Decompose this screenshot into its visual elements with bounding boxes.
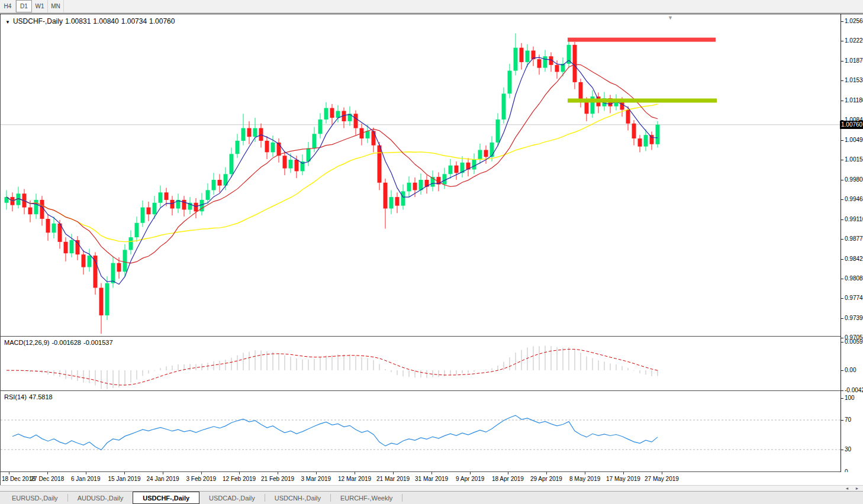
tab-eurchf-weekly[interactable]: EURCHF-,Weekly	[331, 492, 402, 504]
date-axis-label: 27 Dec 2018	[31, 476, 65, 482]
timeframe-button-w1[interactable]: W1	[32, 0, 48, 12]
price-axis-label: 1.01870	[845, 57, 863, 64]
tab-usdcnh-daily[interactable]: USDCNH-,Daily	[265, 492, 330, 504]
price-axis-label-tick	[841, 140, 843, 141]
price-axis-label-tick	[841, 41, 843, 41]
macd-canvas[interactable]	[1, 337, 841, 391]
date-axis-label: 24 Jan 2019	[147, 476, 179, 482]
chart-tab-bar: EURUSD-,Daily AUDUSD-,Daily USDCHF-,Dail…	[0, 491, 863, 504]
date-axis-label: 3 Feb 2019	[186, 476, 217, 482]
price-axis-label: 1.02220	[845, 37, 863, 44]
date-tick	[393, 472, 394, 474]
chevron-down-icon[interactable]: ▼	[5, 20, 10, 25]
rsi-axis-label-tick	[841, 450, 843, 450]
date-tick	[316, 472, 317, 474]
date-tick	[239, 472, 240, 474]
price-axis-label-tick	[841, 239, 843, 240]
price-axis-label-tick	[841, 259, 843, 260]
date-tick	[201, 472, 202, 474]
date-axis-label: 29 Apr 2019	[530, 476, 562, 482]
rsi-name: RSI(14)	[4, 393, 27, 400]
tab-audusd-daily[interactable]: AUDUSD-,Daily	[68, 492, 133, 504]
date-tick	[470, 472, 471, 474]
timeframe-button-h4[interactable]: H4	[0, 0, 16, 12]
resistance-line	[568, 38, 716, 42]
date-tick	[278, 472, 278, 474]
date-axis-label: 3 Mar 2019	[301, 476, 331, 482]
macd-axis-label: 0.00	[845, 367, 856, 373]
price-axis-label-tick	[841, 338, 843, 338]
macd-name: MACD(12,26,9)	[4, 339, 49, 346]
tab-separator	[402, 494, 402, 502]
date-axis[interactable]: 18 Dec 201827 Dec 20186 Jan 201915 Jan 2…	[0, 472, 863, 485]
price-axis-label: 0.98770	[845, 235, 863, 242]
price-axis-label: 1.02560	[845, 18, 863, 24]
price-axis-label-tick	[841, 180, 843, 180]
rsi-axis-label: 100	[845, 395, 855, 401]
date-tick	[546, 472, 547, 474]
rsi-axis-label-tick	[841, 398, 843, 399]
price-chart-panel: ▼USDCHF-,Daily1.008311.008401.007341.007…	[0, 14, 841, 337]
rsi-axis-label-tick	[841, 420, 843, 421]
scroll-right-icon[interactable]: ►	[853, 486, 861, 491]
tab-usdchf-daily[interactable]: USDCHF-,Daily	[133, 492, 199, 504]
ohlc-close: 1.00760	[149, 17, 175, 25]
price-axis-label: 1.01180	[845, 97, 863, 104]
ohlc-low: 1.00734	[121, 17, 147, 25]
price-axis[interactable]: 1.025601.022201.018701.015301.011801.008…	[841, 14, 863, 472]
price-axis-label-tick	[841, 61, 843, 62]
chart-shift-marker-icon[interactable]: ▼	[668, 15, 673, 21]
date-axis-label: 21 Feb 2019	[261, 476, 294, 482]
price-axis-label-tick	[841, 21, 843, 22]
macd-panel: MACD(12,26,9)-0.001628-0.001537	[0, 337, 841, 391]
date-axis-label: 12 Mar 2019	[338, 476, 371, 482]
price-axis-label-tick	[841, 160, 843, 160]
date-axis-label: 8 May 2019	[569, 476, 600, 482]
price-axis-label-tick	[841, 80, 843, 81]
macd-axis-label: 0.00597	[845, 338, 863, 345]
tab-eurusd-daily[interactable]: EURUSD-,Daily	[2, 492, 67, 504]
date-axis-label: 18 Apr 2019	[492, 476, 524, 482]
price-axis-label-tick	[841, 199, 843, 200]
rsi-value: 47.5818	[29, 393, 53, 400]
rsi-panel: RSI(14)47.5818	[0, 391, 841, 472]
price-axis-label: 1.00150	[845, 156, 863, 163]
timeframe-button-mn[interactable]: MN	[48, 0, 64, 12]
price-axis-label: 1.01530	[845, 77, 863, 83]
rsi-label: RSI(14)47.5818	[4, 393, 55, 400]
date-tick	[47, 472, 48, 474]
date-axis-label: 31 Mar 2019	[415, 476, 448, 482]
price-axis-label-tick	[841, 298, 843, 299]
chart-symbol-label: USDCHF-,Daily	[13, 17, 63, 25]
price-axis-label: 0.97740	[845, 295, 863, 301]
tab-usdcad-daily[interactable]: USDCAD-,Daily	[199, 492, 265, 504]
scroll-left-icon[interactable]: ◄	[843, 486, 851, 491]
date-tick	[9, 472, 9, 474]
macd-value: -0.001628	[51, 339, 81, 346]
date-axis-label: 15 Jan 2019	[108, 476, 141, 482]
price-axis-label: 0.98420	[845, 256, 863, 262]
date-axis-label: 12 Feb 2019	[223, 476, 256, 482]
date-tick	[432, 472, 432, 474]
price-axis-label: 0.98080	[845, 275, 863, 282]
date-tick	[355, 472, 355, 474]
date-axis-label: 17 May 2019	[606, 476, 640, 482]
date-tick	[623, 472, 624, 474]
support-line	[568, 99, 717, 103]
timeframe-button-d1[interactable]: D1	[16, 0, 32, 12]
price-axis-label-tick	[841, 101, 843, 101]
ohlc-high: 1.00840	[93, 17, 118, 25]
chart-title: ▼USDCHF-,Daily1.008311.008401.007341.007…	[5, 17, 177, 25]
macd-axis-label-tick	[841, 342, 843, 343]
price-chart-canvas[interactable]	[1, 14, 841, 337]
date-axis-label: 21 Mar 2019	[376, 476, 410, 482]
price-axis-label-tick	[841, 318, 843, 319]
price-axis-label: 1.00490	[845, 137, 863, 143]
horizontal-scrollbar[interactable]: ◄ ►	[0, 485, 863, 491]
mt4-window: H4 D1 W1 MN ▼USDCHF-,Daily1.008311.00840…	[0, 0, 863, 504]
macd-axis-label: -0.00424	[845, 387, 863, 393]
rsi-canvas[interactable]	[1, 391, 841, 472]
macd-axis-label-tick	[841, 390, 843, 391]
price-axis-label: 0.99460	[845, 196, 863, 202]
price-axis-label-tick	[841, 219, 843, 220]
